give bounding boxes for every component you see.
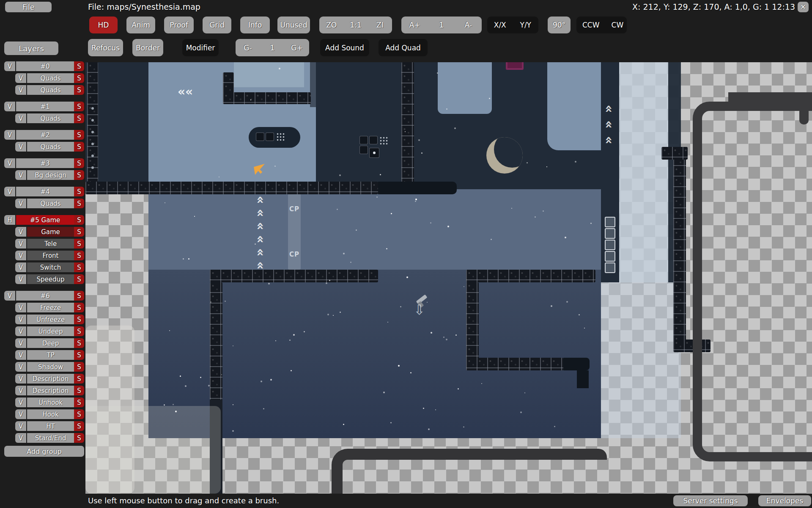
layer-row-quads[interactable]: VQuadsS (4, 113, 84, 123)
layer-label[interactable]: #0 (16, 61, 74, 71)
layer-row-game[interactable]: VGameS (4, 227, 84, 237)
layer-visibility-toggle[interactable]: V (15, 142, 26, 152)
layer-visibility-toggle[interactable]: V (15, 303, 26, 312)
modifier-button[interactable]: Modifier (182, 39, 219, 56)
unused-button[interactable]: Unused (277, 17, 310, 33)
layer-label[interactable]: Switch (27, 262, 74, 272)
layer-settings-button[interactable]: S (74, 158, 84, 168)
layer-settings-button[interactable]: S (74, 303, 84, 312)
layer-settings-button[interactable]: S (74, 326, 84, 336)
layer-row-tele[interactable]: VTeleS (4, 239, 84, 248)
layer-settings-button[interactable]: S (74, 170, 84, 180)
layer-visibility-toggle[interactable]: V (15, 251, 26, 260)
layer-settings-button[interactable]: S (74, 274, 84, 284)
add-group-button[interactable]: Add group (4, 446, 84, 457)
layer-row-hook[interactable]: VHookS (4, 409, 84, 419)
group-row--4[interactable]: V#4S (4, 187, 84, 196)
layer-settings-button[interactable]: S (74, 61, 84, 71)
layer-visibility-toggle[interactable]: V (4, 158, 15, 168)
layer-label[interactable]: #5 Game (16, 215, 74, 225)
layer-visibility-toggle[interactable]: V (4, 61, 15, 71)
layer-settings-button[interactable]: S (74, 398, 84, 407)
info-button[interactable]: Info (240, 17, 270, 33)
layer-settings-button[interactable]: S (74, 187, 84, 196)
layer-visibility-toggle[interactable]: V (15, 386, 26, 395)
layer-label[interactable]: #4 (16, 187, 74, 196)
zoom-out-button[interactable]: ZO (319, 17, 343, 33)
layer-settings-button[interactable]: S (74, 251, 84, 260)
layer-visibility-toggle[interactable]: V (4, 291, 15, 301)
flip-y-button[interactable]: Y/Y (513, 17, 539, 33)
layer-label[interactable]: Quads (27, 113, 74, 123)
layer-settings-button[interactable]: S (74, 102, 84, 111)
layer-label[interactable]: Undeep (27, 326, 74, 336)
layer-visibility-toggle[interactable]: V (15, 421, 26, 431)
server-settings-button[interactable]: Server settings (673, 495, 748, 506)
anim-slower-button[interactable]: A- (455, 17, 482, 33)
layer-row-speedup[interactable]: VSpeedupS (4, 274, 84, 284)
layer-label[interactable]: Game (27, 227, 74, 237)
file-menu-button[interactable]: File (5, 2, 52, 12)
group-row--3[interactable]: V#3S (4, 158, 84, 168)
layer-settings-button[interactable]: S (74, 227, 84, 237)
layer-row-unhook[interactable]: VUnhookS (4, 398, 84, 407)
group-row--1[interactable]: V#1S (4, 102, 84, 111)
layer-label[interactable]: #1 (16, 102, 74, 111)
layer-settings-button[interactable]: S (74, 262, 84, 272)
grid-plus-button[interactable]: G+ (285, 39, 309, 56)
layer-row-quads[interactable]: VQuadsS (4, 85, 84, 95)
refocus-button[interactable]: Refocus (88, 39, 123, 56)
layer-row-shadow[interactable]: VShadowS (4, 362, 84, 372)
layer-settings-button[interactable]: S (74, 338, 84, 348)
grid-button[interactable]: Grid (203, 17, 231, 33)
layer-settings-button[interactable]: S (74, 130, 84, 140)
layer-label[interactable]: HT (27, 421, 74, 431)
layer-settings-button[interactable]: S (74, 421, 84, 431)
layer-row-quads[interactable]: VQuadsS (4, 142, 84, 152)
envelopes-button[interactable]: Envelopes (758, 495, 811, 506)
layer-visibility-toggle[interactable]: V (4, 187, 15, 196)
layer-label[interactable]: Shadow (27, 362, 74, 372)
zoom-in-button[interactable]: ZI (368, 17, 392, 33)
layer-visibility-toggle[interactable]: V (15, 85, 26, 95)
layer-label[interactable]: Description (27, 374, 74, 384)
grid-minus-button[interactable]: G- (236, 39, 260, 56)
layer-label[interactable]: Hook (27, 409, 74, 419)
layer-settings-button[interactable]: S (74, 215, 84, 225)
layer-visibility-toggle[interactable]: V (15, 374, 26, 384)
layer-settings-button[interactable]: S (74, 291, 84, 301)
layer-settings-button[interactable]: S (74, 239, 84, 248)
layer-settings-button[interactable]: S (74, 73, 84, 83)
layer-settings-button[interactable]: S (74, 386, 84, 395)
layer-label[interactable]: #3 (16, 158, 74, 168)
layer-row-description[interactable]: VDescriptionS (4, 374, 84, 384)
layer-label[interactable]: Deep (27, 338, 74, 348)
layer-visibility-toggle[interactable]: V (15, 350, 26, 360)
layer-visibility-toggle[interactable]: V (15, 338, 26, 348)
layer-label[interactable]: Quads (27, 85, 74, 95)
layer-visibility-toggle[interactable]: V (15, 239, 26, 248)
zoom-reset-button[interactable]: 1:1 (343, 17, 368, 33)
layer-settings-button[interactable]: S (74, 85, 84, 95)
layer-row-deep[interactable]: VDeepS (4, 338, 84, 348)
border-button[interactable]: Border (132, 39, 163, 56)
layer-label[interactable]: Freeze (27, 303, 74, 312)
layer-row-unfreeze[interactable]: VUnfreezeS (4, 315, 84, 324)
layer-visibility-toggle[interactable]: V (15, 199, 26, 208)
layer-row-stard-end[interactable]: VStard/EndS (4, 433, 84, 443)
proof-button[interactable]: Proof (164, 17, 194, 33)
layer-label[interactable]: Description (27, 386, 74, 395)
layer-visibility-toggle[interactable]: V (15, 409, 26, 419)
layer-label[interactable]: Tele (27, 239, 74, 248)
layer-settings-button[interactable]: S (74, 350, 84, 360)
layer-settings-button[interactable]: S (74, 142, 84, 152)
layer-settings-button[interactable]: S (74, 409, 84, 419)
layer-row-tp[interactable]: VTPS (4, 350, 84, 360)
layer-settings-button[interactable]: S (74, 362, 84, 372)
layer-label[interactable]: Quads (27, 73, 74, 83)
ccw-button[interactable]: CCW (576, 17, 606, 33)
cw-button[interactable]: CW (606, 17, 627, 33)
layer-label[interactable]: Speedup (27, 274, 74, 284)
layer-settings-button[interactable]: S (74, 199, 84, 208)
group-row--0[interactable]: V#0S (4, 61, 84, 71)
